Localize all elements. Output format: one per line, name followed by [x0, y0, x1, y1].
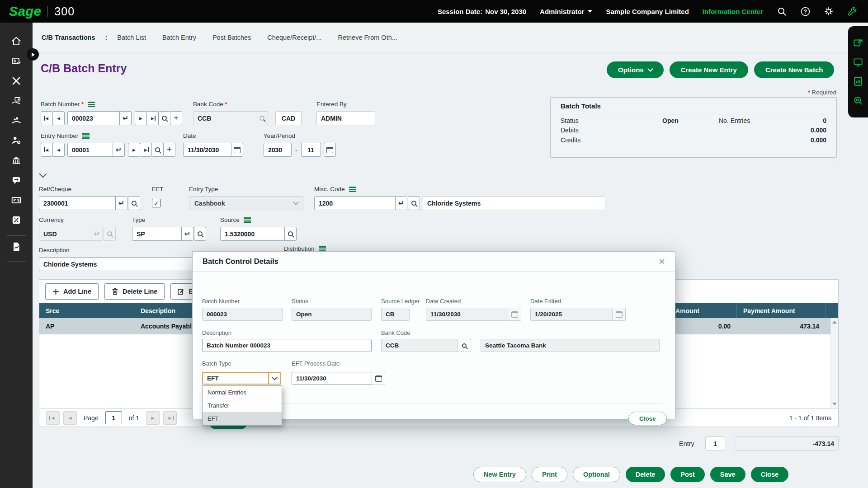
misc-code-input[interactable] [314, 196, 396, 210]
page-number-input[interactable] [105, 411, 122, 424]
breadcrumb-item-cheque-receipt[interactable]: Cheque/Receipt/... [267, 34, 321, 41]
scroll-down-icon[interactable] [832, 403, 837, 405]
receive-hand-icon[interactable] [9, 114, 23, 127]
delete-button[interactable]: Delete [626, 467, 665, 482]
type-finder-button[interactable] [194, 227, 206, 241]
open-screen-icon[interactable] [853, 57, 863, 68]
description-input[interactable] [39, 257, 198, 271]
create-new-batch-button[interactable]: Create New Batch [754, 61, 835, 78]
new-batch-button[interactable] [170, 111, 182, 125]
payment-hand-icon[interactable] [9, 94, 23, 108]
entry-number-input[interactable] [67, 143, 113, 157]
bank-icon[interactable] [9, 154, 23, 167]
collapse-section-toggle[interactable] [40, 171, 46, 177]
bank-finder-button[interactable] [256, 111, 268, 125]
nav-prev-button[interactable] [52, 111, 65, 125]
period-calendar-button[interactable] [324, 143, 336, 157]
calendar-button[interactable] [231, 143, 243, 157]
finder-list-icon[interactable] [244, 217, 251, 223]
open-window-icon[interactable] [853, 38, 863, 48]
page-prev-button[interactable] [63, 411, 77, 425]
misc-finder-button[interactable] [408, 196, 420, 210]
cell-srce[interactable]: AP [39, 323, 134, 330]
information-center-link[interactable]: Information Center [703, 8, 763, 15]
wrench-icon[interactable] [847, 6, 857, 16]
batch-type-select[interactable]: EFT [202, 372, 281, 385]
type-input[interactable] [132, 227, 182, 241]
reports-icon[interactable] [9, 240, 23, 253]
date-input[interactable] [183, 143, 231, 157]
user-menu[interactable]: Administrator [540, 8, 592, 15]
calendar-button[interactable] [372, 372, 385, 385]
finder-button[interactable] [158, 111, 170, 125]
cheque-icon[interactable]: $ [9, 193, 23, 207]
breadcrumb-item-batch-list[interactable]: Batch List [117, 34, 146, 41]
new-entry-button[interactable]: New Entry [473, 467, 526, 482]
scroll-up-icon[interactable] [832, 321, 837, 324]
modal-description-input[interactable] [202, 339, 372, 352]
page-first-button[interactable] [46, 411, 60, 425]
go-button[interactable] [115, 196, 127, 210]
cell-payment-amount[interactable]: 473.14 [737, 323, 826, 330]
modal-eft-process-date-input[interactable] [292, 372, 372, 385]
page-last-button[interactable] [163, 411, 177, 425]
column-header-amount[interactable]: Amount [669, 303, 737, 318]
invoice-money-icon[interactable]: $ [9, 54, 23, 68]
nav-next-button[interactable] [128, 143, 140, 157]
year-input[interactable] [264, 143, 292, 157]
bank-code-input[interactable] [193, 111, 256, 125]
bank-finder-button[interactable] [458, 339, 471, 352]
print-button[interactable]: Print [532, 467, 567, 482]
new-entry-small-button[interactable] [163, 143, 175, 157]
page-next-button[interactable] [146, 411, 160, 425]
breadcrumb-item-retrieve[interactable]: Retrieve From Oth... [338, 34, 397, 41]
nav-last-button[interactable] [146, 111, 159, 125]
search-icon[interactable] [777, 6, 787, 16]
rail-expand-toggle[interactable] [27, 48, 39, 61]
eft-checkbox[interactable] [152, 199, 160, 207]
nav-next-button[interactable] [135, 111, 147, 125]
batch-number-input[interactable] [67, 111, 120, 125]
add-line-button[interactable]: Add Line [45, 283, 99, 300]
nav-first-button[interactable] [41, 143, 53, 157]
report-chart-icon[interactable] [853, 76, 863, 87]
nav-prev-button[interactable] [52, 143, 65, 157]
nav-first-button[interactable] [41, 111, 53, 125]
nav-last-button[interactable] [140, 143, 152, 157]
dropdown-option-eft[interactable]: EFT [203, 412, 282, 425]
breadcrumb-item-batch-entry[interactable]: Batch Entry [162, 34, 196, 41]
finder-list-icon[interactable] [82, 133, 90, 139]
dropdown-option-normal-entries[interactable]: Normal Entries [203, 386, 282, 399]
ref-finder-button[interactable] [128, 196, 140, 210]
finder-list-icon[interactable] [349, 187, 356, 192]
source-rate-input[interactable] [220, 227, 285, 241]
go-button[interactable] [181, 227, 193, 241]
grid-vertical-scrollbar[interactable] [830, 318, 838, 408]
gear-icon[interactable] [824, 6, 834, 16]
home-icon[interactable] [9, 34, 23, 48]
period-input[interactable] [301, 143, 321, 157]
modal-close-button[interactable]: Close [628, 412, 667, 425]
finder-list-icon[interactable] [88, 102, 95, 107]
finder-button[interactable] [151, 143, 164, 157]
breadcrumb-item-post-batches[interactable]: Post Batches [212, 34, 251, 41]
cell-amount[interactable]: 0.00 [669, 323, 737, 330]
go-button[interactable] [395, 196, 407, 210]
tax-percent-icon[interactable] [9, 213, 23, 227]
post-button[interactable]: Post [670, 467, 704, 482]
inquiry-icon[interactable] [853, 95, 863, 106]
optional-button[interactable]: Optional [573, 467, 620, 482]
save-button[interactable]: Save [710, 467, 745, 482]
create-new-entry-button[interactable]: Create New Entry [670, 61, 748, 78]
column-header-srce[interactable]: Srce [39, 303, 134, 318]
support-chat-icon[interactable] [9, 174, 23, 187]
user-settings-icon[interactable] [9, 134, 23, 147]
finder-list-icon[interactable] [319, 246, 326, 252]
dropdown-option-transfer[interactable]: Transfer [203, 399, 282, 412]
delete-line-button[interactable]: Delete Line [104, 283, 165, 300]
close-icon[interactable]: × [659, 256, 665, 267]
ref-cheque-input[interactable] [39, 196, 116, 210]
go-button[interactable] [113, 143, 125, 157]
source-finder-button[interactable] [284, 227, 297, 241]
help-icon[interactable]: ? [800, 6, 810, 16]
